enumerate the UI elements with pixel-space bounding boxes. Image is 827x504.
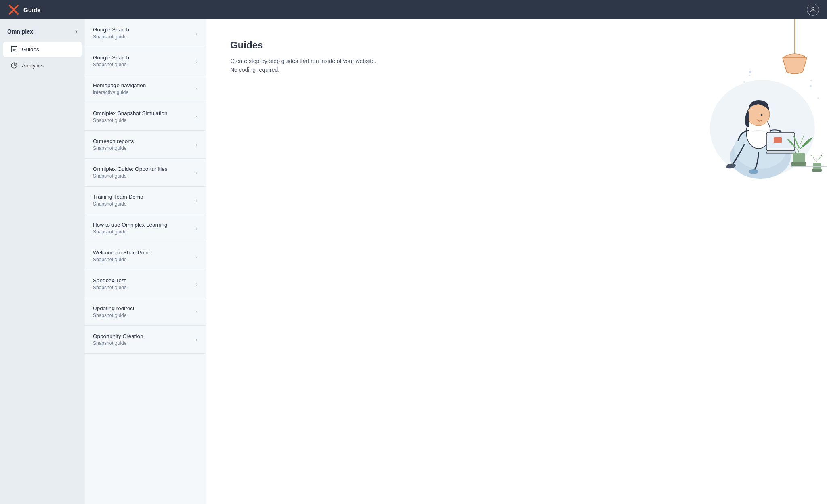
topnav-left: Guide [8,4,41,15]
top-navigation: Guide [0,0,827,19]
svg-text:+: + [810,78,812,83]
guide-item-title: Google Search [93,27,193,33]
svg-rect-24 [791,162,806,166]
guide-item-content: Google Search Snapshot guide [93,55,193,67]
svg-point-0 [812,7,814,10]
svg-point-7 [743,81,745,83]
guide-item-content: How to use Omniplex Learning Snapshot gu… [93,222,193,235]
svg-rect-20 [774,137,782,143]
sidebar-item-guides[interactable]: Guides [3,42,82,57]
guide-list-item[interactable]: Welcome to SharePoint Snapshot guide › [85,242,206,270]
guide-item-content: Welcome to SharePoint Snapshot guide [93,250,193,262]
user-icon [809,6,817,13]
omniplex-logo-icon [8,4,19,15]
guide-item-subtitle: Snapshot guide [93,34,193,40]
main-content: Guides Create step-by-step guides that r… [206,19,827,504]
guide-item-title: Omniplex Guide: Opportunities [93,166,193,172]
sidebar: Omniplex ▾ Guides Analytics [0,19,85,504]
guide-item-subtitle: Snapshot guide [93,257,193,262]
chevron-right-icon: › [196,309,197,315]
guide-item-title: Updating redirect [93,305,193,311]
guide-item-subtitle: Interactive guide [93,90,193,95]
guide-item-title: How to use Omniplex Learning [93,222,193,228]
chevron-right-icon: › [196,337,197,343]
svg-point-8 [810,85,812,87]
chevron-right-icon: › [196,114,197,120]
chevron-down-icon: ▾ [75,29,78,34]
svg-point-22 [761,114,763,116]
user-avatar[interactable] [807,4,819,16]
chevron-right-icon: › [196,142,197,148]
guide-list-item[interactable]: Google Search Snapshot guide › [85,47,206,75]
sidebar-item-analytics[interactable]: Analytics [3,58,82,73]
guide-item-content: Training Team Demo Snapshot guide [93,194,193,207]
hero-illustration: + + · [674,19,827,189]
guide-item-content: Omniplex Guide: Opportunities Snapshot g… [93,166,193,179]
guide-list-item[interactable]: Omniplex Guide: Opportunities Snapshot g… [85,159,206,187]
guide-list-item[interactable]: Opportunity Creation Snapshot guide › [85,326,206,354]
guide-item-content: Sandbox Test Snapshot guide [93,277,193,290]
svg-point-16 [749,169,758,174]
guide-item-content: Omniplex Snapshot Simulation Snapshot gu… [93,110,193,123]
workspace-selector[interactable]: Omniplex ▾ [0,25,85,41]
sidebar-guides-label: Guides [22,46,39,52]
guide-item-title: Training Team Demo [93,194,193,200]
chevron-right-icon: › [196,30,197,36]
guide-list-panel: Google Search Snapshot guide › Google Se… [85,19,206,504]
chevron-right-icon: › [196,253,197,259]
guide-list-item[interactable]: Training Team Demo Snapshot guide › [85,187,206,214]
svg-point-9 [817,97,819,99]
guide-list-item[interactable]: Google Search Snapshot guide › [85,19,206,47]
sidebar-analytics-label: Analytics [22,63,44,69]
guide-item-title: Welcome to SharePoint [93,250,193,256]
guide-item-subtitle: Snapshot guide [93,145,193,151]
guides-icon [10,46,18,53]
guide-item-title: Opportunity Creation [93,333,193,339]
chevron-right-icon: › [196,197,197,204]
guide-item-content: Opportunity Creation Snapshot guide [93,333,193,346]
chevron-right-icon: › [196,225,197,231]
guide-item-subtitle: Snapshot guide [93,229,193,235]
guide-item-content: Homepage navigation Interactive guide [93,82,193,95]
guide-list-item[interactable]: Sandbox Test Snapshot guide › [85,270,206,298]
main-layout: Omniplex ▾ Guides Analytics Google Searc [0,19,827,504]
chevron-right-icon: › [196,281,197,287]
guide-item-subtitle: Snapshot guide [93,173,193,179]
guide-list-item[interactable]: Outreach reports Snapshot guide › [85,131,206,159]
guide-list-item[interactable]: Omniplex Snapshot Simulation Snapshot gu… [85,103,206,131]
guide-item-title: Omniplex Snapshot Simulation [93,110,193,116]
guide-list-item[interactable]: Homepage navigation Interactive guide › [85,75,206,103]
guide-item-subtitle: Snapshot guide [93,340,193,346]
guide-item-subtitle: Snapshot guide [93,62,193,67]
guide-list-item[interactable]: How to use Omniplex Learning Snapshot gu… [85,214,206,242]
workspace-label: Omniplex [7,28,33,35]
svg-rect-26 [812,169,822,172]
analytics-icon [10,62,18,69]
guide-item-title: Google Search [93,55,193,61]
guide-item-content: Outreach reports Snapshot guide [93,138,193,151]
chevron-right-icon: › [196,58,197,64]
guide-item-content: Google Search Snapshot guide [93,27,193,40]
guide-item-subtitle: Snapshot guide [93,285,193,290]
guide-item-title: Outreach reports [93,138,193,144]
guide-item-title: Sandbox Test [93,277,193,284]
guide-item-subtitle: Snapshot guide [93,313,193,318]
guide-item-subtitle: Snapshot guide [93,201,193,207]
chevron-right-icon: › [196,170,197,176]
topnav-title: Guide [23,6,41,13]
guide-list-item[interactable]: Updating redirect Snapshot guide › [85,298,206,326]
guide-item-content: Updating redirect Snapshot guide [93,305,193,318]
svg-text:·: · [817,91,818,95]
svg-text:+: + [748,73,751,78]
guide-item-title: Homepage navigation [93,82,193,88]
guide-item-subtitle: Snapshot guide [93,118,193,123]
chevron-right-icon: › [196,86,197,92]
